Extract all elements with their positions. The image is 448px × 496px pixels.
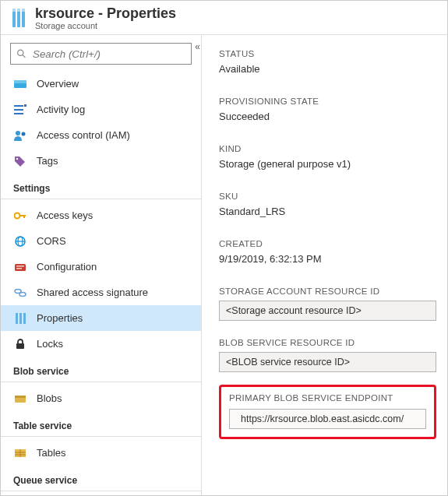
nav-label: Tables (37, 447, 66, 459)
svg-rect-25 (16, 268, 22, 269)
prop-endpoint-label: PRIMARY BLOB SERVICE ENDPOINT (229, 393, 426, 403)
svg-rect-19 (23, 215, 25, 218)
prop-resourceid-box[interactable]: <Storage account resource ID> (219, 301, 436, 321)
nav-label: Properties (37, 312, 83, 324)
prop-blobresid-box[interactable]: <BLOB service resource ID> (219, 352, 436, 372)
blade-title: krsource - Properties (35, 5, 176, 22)
section-blob-service: Blob service (1, 357, 201, 382)
properties-panel: STATUS Available PROVISIONING STATE Succ… (202, 35, 447, 495)
svg-rect-28 (16, 313, 18, 324)
nav-label: Tags (37, 155, 58, 167)
prop-kind-value: Storage (general purpose v1) (219, 158, 436, 170)
nav-overview[interactable]: Overview (1, 71, 201, 97)
storage-account-icon (10, 6, 27, 30)
svg-rect-10 (14, 105, 23, 107)
svg-line-7 (23, 55, 25, 58)
svg-point-27 (19, 292, 26, 296)
svg-rect-31 (16, 343, 24, 349)
configuration-icon (13, 260, 27, 274)
prop-provisioning-label: PROVISIONING STATE (219, 97, 436, 106)
nav-tags[interactable]: Tags (1, 148, 201, 174)
prop-blobresid-label: BLOB SERVICE RESOURCE ID (219, 338, 436, 347)
blade-subtitle: Storage account (35, 21, 176, 30)
nav-properties[interactable]: Properties (1, 305, 201, 331)
activity-log-icon (13, 103, 27, 117)
section-queue-service: Queue service (1, 466, 201, 491)
search-icon (16, 49, 26, 59)
svg-rect-24 (16, 266, 24, 267)
access-control-icon (13, 128, 27, 142)
svg-rect-23 (15, 264, 26, 271)
nav-locks[interactable]: Locks (1, 331, 201, 357)
search-input[interactable] (10, 43, 192, 65)
nav-access-control[interactable]: Access control (IAM) (1, 122, 201, 148)
key-icon (13, 209, 27, 223)
primary-endpoint-highlight: PRIMARY BLOB SERVICE ENDPOINT https://kr… (219, 385, 436, 439)
tables-icon (13, 446, 27, 460)
nav-label: Access control (IAM) (37, 129, 130, 141)
search-container (10, 43, 192, 65)
properties-icon (13, 311, 27, 325)
svg-rect-29 (19, 313, 22, 324)
prop-created-label: CREATED (219, 239, 436, 248)
svg-rect-4 (17, 9, 20, 12)
nav-label: Overview (37, 78, 79, 90)
nav-label: Configuration (37, 261, 97, 273)
prop-provisioning-value: Succeeded (219, 111, 436, 122)
svg-rect-9 (14, 80, 26, 83)
prop-resourceid-label: STORAGE ACCOUNT RESOURCE ID (219, 287, 436, 296)
nav-tables[interactable]: Tables (1, 440, 201, 466)
prop-sku-label: SKU (219, 192, 436, 201)
sas-icon (13, 286, 27, 300)
nav-label: CORS (37, 235, 66, 247)
svg-point-17 (15, 213, 20, 218)
nav-configuration[interactable]: Configuration (1, 254, 201, 280)
sidebar: « Overview Activity log (1, 35, 202, 495)
tags-icon (13, 154, 27, 168)
nav-label: Activity log (37, 104, 85, 115)
nav-label: Locks (37, 338, 63, 350)
collapse-sidebar-icon[interactable]: « (195, 41, 198, 52)
prop-sku-value: Standard_LRS (219, 206, 436, 217)
svg-rect-12 (14, 113, 23, 114)
prop-kind-label: KIND (219, 144, 436, 153)
prop-status-value: Available (219, 63, 436, 75)
cors-icon (13, 234, 27, 248)
svg-point-14 (16, 131, 20, 135)
nav-label: Blobs (37, 392, 62, 404)
prop-created-value: 9/19/2019, 6:32:13 PM (219, 253, 436, 265)
overview-icon (13, 77, 27, 91)
prop-endpoint-box[interactable]: https://krsource.blob.east.asicdc.com/ (229, 409, 426, 429)
svg-rect-13 (24, 104, 26, 107)
svg-rect-11 (14, 109, 23, 111)
blobs-icon (13, 392, 27, 406)
nav-sas[interactable]: Shared access signature (1, 280, 201, 305)
svg-rect-33 (15, 396, 26, 398)
svg-rect-30 (23, 313, 26, 324)
nav-activity-log[interactable]: Activity log (1, 97, 201, 122)
prop-status-label: STATUS (219, 49, 436, 58)
window-frame: krsource - Properties Storage account « … (0, 0, 448, 496)
svg-point-6 (18, 50, 23, 55)
lock-icon (13, 337, 27, 351)
nav-access-keys[interactable]: Access keys (1, 202, 201, 228)
nav-label: Access keys (37, 209, 93, 221)
svg-rect-3 (12, 9, 16, 12)
blade-header: krsource - Properties Storage account (1, 1, 447, 35)
section-table-service: Table service (1, 411, 201, 437)
nav-cors[interactable]: CORS (1, 228, 201, 254)
section-settings: Settings (1, 174, 201, 199)
svg-rect-5 (22, 9, 25, 12)
svg-point-15 (22, 132, 26, 135)
nav-label: Shared access signature (37, 287, 148, 298)
nav-blobs[interactable]: Blobs (1, 385, 201, 411)
svg-point-16 (16, 157, 18, 159)
